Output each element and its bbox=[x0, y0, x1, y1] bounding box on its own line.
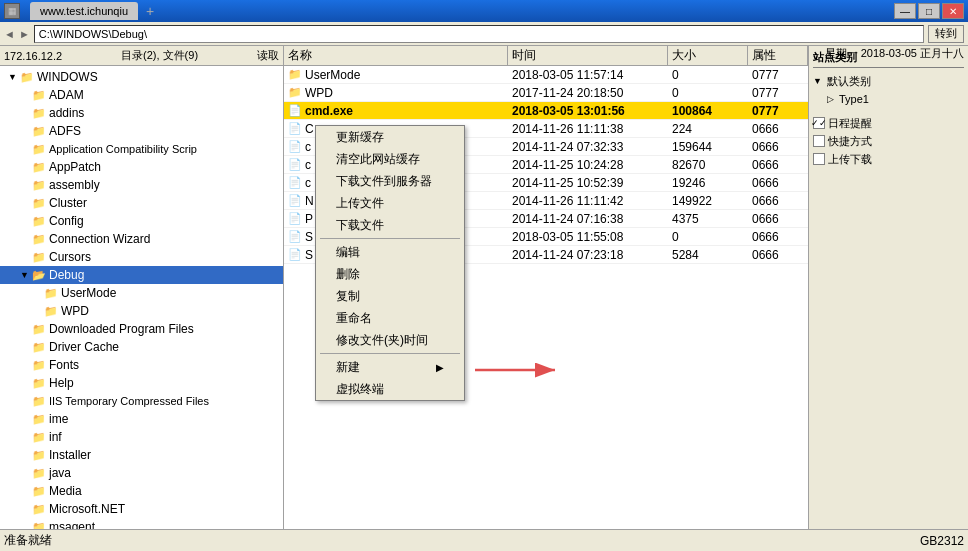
tree-item-media[interactable]: 📁 Media bbox=[0, 482, 283, 500]
file-icon: 📄 bbox=[288, 122, 302, 135]
tree-item-usermode[interactable]: 📁 UserMode bbox=[0, 284, 283, 302]
ctx-delete[interactable]: 删除 bbox=[316, 263, 464, 285]
tree-item-debug[interactable]: ▼ 📂 Debug bbox=[0, 266, 283, 284]
tree-item-msagent[interactable]: 📁 msagent bbox=[0, 518, 283, 529]
tree-item-inf[interactable]: 📁 inf bbox=[0, 428, 283, 446]
tree-item-installer[interactable]: 📁 Installer bbox=[0, 446, 283, 464]
tree-item-adfs[interactable]: 📁 ADFS bbox=[0, 122, 283, 140]
tree-item-apppatch[interactable]: 📁 AppPatch bbox=[0, 158, 283, 176]
main-area: 172.16.12.2 目录(2), 文件(9) 读取 ▼ 📁 WINDOWS … bbox=[0, 46, 968, 529]
tree-label: WPD bbox=[61, 304, 89, 318]
ctx-refresh-cache[interactable]: 更新缓存 bbox=[316, 126, 464, 148]
tree-item-connwiz[interactable]: 📁 Connection Wizard bbox=[0, 230, 283, 248]
ctx-upload-file[interactable]: 上传文件 bbox=[316, 192, 464, 214]
header-attr[interactable]: 属性 bbox=[748, 46, 808, 65]
folder-icon: 📂 bbox=[32, 269, 46, 282]
file-icon: 📄 bbox=[288, 230, 302, 243]
browser-tab[interactable]: www.test.ichunqiu bbox=[30, 2, 138, 20]
encoding-label: GB2312 bbox=[920, 534, 964, 548]
file-attr: 0666 bbox=[748, 140, 808, 154]
tree-item-iistmp[interactable]: 📁 IIS Temporary Compressed Files bbox=[0, 392, 283, 410]
new-tab-button[interactable]: + bbox=[140, 2, 160, 20]
shortcut-checkbox[interactable]: 快捷方式 bbox=[813, 132, 964, 150]
checkbox-icon bbox=[813, 135, 825, 147]
header-size[interactable]: 大小 bbox=[668, 46, 748, 65]
window-controls: — □ ✕ bbox=[894, 3, 964, 19]
folder-icon: 📁 bbox=[32, 377, 46, 390]
tree-label: Connection Wizard bbox=[49, 232, 150, 246]
ctx-download-file[interactable]: 下载文件 bbox=[316, 214, 464, 236]
ctx-new[interactable]: 新建 ▶ bbox=[316, 356, 464, 378]
tree-label: java bbox=[49, 466, 71, 480]
file-size: 100864 bbox=[668, 104, 748, 118]
date-display: 星期一 2018-03-05 正月十八 bbox=[814, 46, 964, 61]
tree-item-msnet[interactable]: 📁 Microsoft.NET bbox=[0, 500, 283, 518]
ctx-virtual-terminal[interactable]: 虚拟终端 bbox=[316, 378, 464, 400]
ctx-separator bbox=[320, 353, 460, 354]
maximize-button[interactable]: □ bbox=[918, 3, 940, 19]
upload-download-checkbox[interactable]: 上传下载 bbox=[813, 150, 964, 168]
header-time[interactable]: 时间 bbox=[508, 46, 668, 65]
minimize-button[interactable]: — bbox=[894, 3, 916, 19]
file-size: 0 bbox=[668, 230, 748, 244]
left-info-bar: 172.16.12.2 目录(2), 文件(9) 读取 bbox=[0, 46, 283, 66]
tree-item-fonts[interactable]: 📁 Fonts bbox=[0, 356, 283, 374]
tree-item-wpd[interactable]: 📁 WPD bbox=[0, 302, 283, 320]
file-row[interactable]: 📁 WPD 2017-11-24 20:18:50 0 0777 bbox=[284, 84, 808, 102]
header-name[interactable]: 名称 bbox=[284, 46, 508, 65]
address-bar[interactable]: C:\WINDOWS\Debug\ bbox=[34, 25, 924, 43]
tree-label: Fonts bbox=[49, 358, 79, 372]
file-row[interactable]: 📁 UserMode 2018-03-05 11:57:14 0 0777 bbox=[284, 66, 808, 84]
file-tree: ▼ 📁 WINDOWS 📁 ADAM 📁 addins 📁 ADFS bbox=[0, 66, 283, 529]
tree-item-help[interactable]: 📁 Help bbox=[0, 374, 283, 392]
tree-label: IIS Temporary Compressed Files bbox=[49, 395, 209, 407]
ctx-clear-cache[interactable]: 清空此网站缓存 bbox=[316, 148, 464, 170]
default-type-item[interactable]: ▼ 默认类别 bbox=[813, 72, 964, 90]
close-button[interactable]: ✕ bbox=[942, 3, 964, 19]
tree-item-drvrcache[interactable]: 📁 Driver Cache bbox=[0, 338, 283, 356]
schedule-checkbox[interactable]: ✓ 日程提醒 bbox=[813, 114, 964, 132]
tree-item-addins[interactable]: 📁 addins bbox=[0, 104, 283, 122]
file-size: 224 bbox=[668, 122, 748, 136]
tree-item-assembly[interactable]: 📁 assembly bbox=[0, 176, 283, 194]
expand-icon: ▷ bbox=[827, 94, 834, 104]
folder-icon: 📁 bbox=[32, 197, 46, 210]
file-time: 2014-11-26 11:11:38 bbox=[508, 122, 668, 136]
file-time: 2014-11-24 07:32:33 bbox=[508, 140, 668, 154]
tree-item-dlpf[interactable]: 📁 Downloaded Program Files bbox=[0, 320, 283, 338]
tree-item-cluster[interactable]: 📁 Cluster bbox=[0, 194, 283, 212]
tree-item-appcompat[interactable]: 📁 Application Compatibility Scrip bbox=[0, 140, 283, 158]
tree-item-windows[interactable]: ▼ 📁 WINDOWS bbox=[0, 68, 283, 86]
file-name: 📄 cmd.exe bbox=[284, 104, 508, 118]
ctx-modify-time[interactable]: 修改文件(夹)时间 bbox=[316, 329, 464, 351]
file-icon: 📄 bbox=[288, 140, 302, 153]
tree-item-adam[interactable]: 📁 ADAM bbox=[0, 86, 283, 104]
file-time: 2014-11-25 10:52:39 bbox=[508, 176, 668, 190]
folder-icon: 📁 bbox=[32, 395, 46, 408]
folder-icon: 📁 bbox=[32, 431, 46, 444]
type1-item[interactable]: ▷ Type1 bbox=[813, 90, 964, 108]
expand-icon: ▼ bbox=[8, 72, 18, 82]
tree-item-java[interactable]: 📁 java bbox=[0, 464, 283, 482]
file-attr: 0777 bbox=[748, 104, 808, 118]
go-button[interactable]: 转到 bbox=[928, 25, 964, 43]
file-size: 0 bbox=[668, 68, 748, 82]
ctx-download-to-server[interactable]: 下载文件到服务器 bbox=[316, 170, 464, 192]
file-time: 2014-11-25 10:24:28 bbox=[508, 158, 668, 172]
ctx-copy[interactable]: 复制 bbox=[316, 285, 464, 307]
file-attr: 0666 bbox=[748, 212, 808, 226]
tree-item-ime[interactable]: 📁 ime bbox=[0, 410, 283, 428]
tree-item-config[interactable]: 📁 Config bbox=[0, 212, 283, 230]
tree-item-cursors[interactable]: 📁 Cursors bbox=[0, 248, 283, 266]
window-icons: ▦ bbox=[4, 3, 20, 19]
folder-icon: 📁 bbox=[32, 485, 46, 498]
folder-icon: 📁 bbox=[32, 215, 46, 228]
folder-icon: 📁 bbox=[32, 251, 46, 264]
ctx-edit[interactable]: 编辑 bbox=[316, 241, 464, 263]
file-time: 2018-03-05 11:57:14 bbox=[508, 68, 668, 82]
file-time: 2014-11-24 07:16:38 bbox=[508, 212, 668, 226]
file-row-selected[interactable]: 📄 cmd.exe 2018-03-05 13:01:56 100864 077… bbox=[284, 102, 808, 120]
file-size: 19246 bbox=[668, 176, 748, 190]
folder-icon: 📁 bbox=[288, 68, 302, 81]
ctx-rename[interactable]: 重命名 bbox=[316, 307, 464, 329]
